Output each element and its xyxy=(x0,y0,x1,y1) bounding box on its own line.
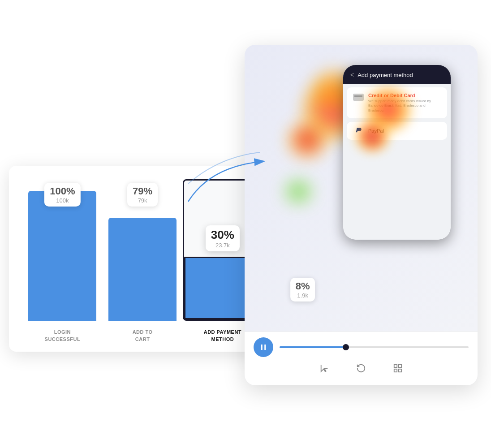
bar-purchase-count: 1.9k xyxy=(296,292,310,299)
funnel-label-login: LOGINSUCCESSFUL xyxy=(22,325,103,343)
svg-rect-4 xyxy=(394,369,397,372)
paypal-label: PayPal xyxy=(368,128,384,134)
svg-rect-1 xyxy=(264,345,266,350)
svg-rect-6 xyxy=(354,94,362,100)
svg-rect-3 xyxy=(399,365,401,367)
bar-payment-pct: 30% xyxy=(211,228,234,241)
bar-login-bubble: 100% 100k xyxy=(44,183,80,207)
grid-icon[interactable] xyxy=(393,363,403,375)
progress-thumb xyxy=(343,344,349,350)
bar-payment-bubble: 30% 23.7k xyxy=(206,225,240,251)
bar-payment-count: 23.7k xyxy=(211,242,234,249)
pause-icon xyxy=(259,343,267,351)
credit-card-desc: We support many debit cards issued byBan… xyxy=(368,99,431,113)
bar-cart-fill xyxy=(108,218,177,321)
bar-cart-pct: 79% xyxy=(133,185,152,197)
funnel-label-cart: ADD TOCART xyxy=(103,325,183,343)
svg-rect-0 xyxy=(261,345,263,350)
pause-button[interactable] xyxy=(254,337,273,357)
bar-login-wrapper: 100% 100k xyxy=(22,179,103,321)
credit-card-text: Credit or Debit Card We support many deb… xyxy=(368,93,431,113)
inner-phone-header: < Add payment method xyxy=(343,65,451,84)
bar-purchase-pct: 8% xyxy=(296,280,310,292)
bar-cart: 79% 79k xyxy=(103,179,183,321)
inner-phone-body: Credit or Debit Card We support many deb… xyxy=(343,84,451,240)
paypal-icon xyxy=(353,127,364,134)
bar-cart-bubble: 79% 79k xyxy=(127,183,158,207)
inner-phone-screen: < Add payment method Credit or Debit Car… xyxy=(343,65,451,240)
inner-phone: < Add payment method Credit or Debit Car… xyxy=(343,65,451,240)
progress-fill xyxy=(280,346,346,348)
svg-rect-5 xyxy=(399,369,401,372)
play-bar xyxy=(254,337,469,357)
scene: 100% 100k 79% 79k xyxy=(0,0,491,448)
credit-card-title: Credit or Debit Card xyxy=(368,93,431,98)
back-button[interactable]: < xyxy=(350,71,354,78)
bottom-icons xyxy=(254,362,469,375)
progress-track[interactable] xyxy=(280,346,469,348)
bar-login-count: 100k xyxy=(50,197,75,204)
bar-login-pct: 100% xyxy=(50,185,75,197)
phone-bottom-bar xyxy=(245,332,478,385)
bar-login: 100% 100k xyxy=(22,179,103,321)
credit-card-option[interactable]: Credit or Debit Card We support many deb… xyxy=(347,87,447,118)
heatmap-blob-red2 xyxy=(289,123,325,157)
card-icon xyxy=(353,94,364,101)
screen-title: Add payment method xyxy=(357,72,413,78)
replay-icon[interactable] xyxy=(356,363,366,375)
svg-rect-7 xyxy=(354,95,362,97)
bar-purchase-bubble: 8% 1.9k xyxy=(290,278,315,302)
svg-rect-2 xyxy=(394,365,397,367)
bar-cart-count: 79k xyxy=(133,197,152,204)
cursor-icon[interactable] xyxy=(319,363,329,375)
heatmap-blob-green xyxy=(285,179,312,204)
bar-login-fill xyxy=(28,191,96,321)
bar-cart-wrapper: 79% 79k xyxy=(103,179,183,321)
paypal-option[interactable]: PayPal xyxy=(347,122,447,140)
